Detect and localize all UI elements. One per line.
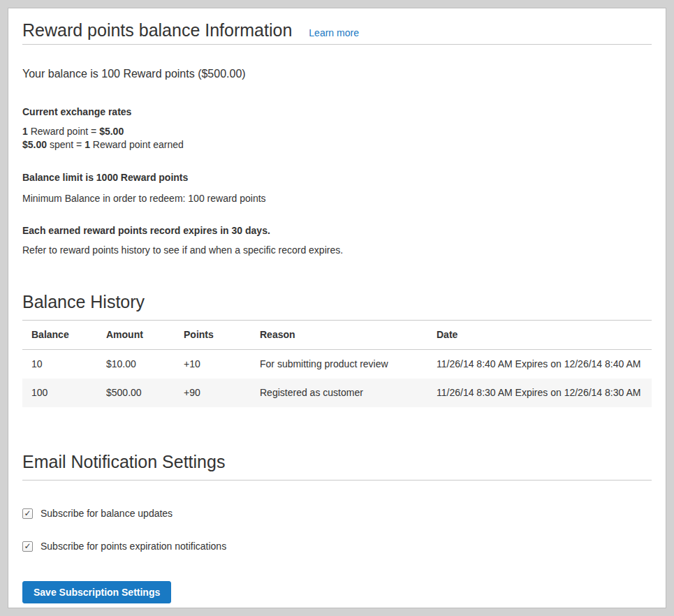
column-header-reason: Reason (251, 321, 427, 350)
cell-reason: For submitting product review (251, 350, 427, 379)
subscribe-balance-updates-row: ✓ Subscribe for balance updates (22, 508, 652, 520)
cell-balance: 10 (22, 350, 97, 379)
balance-summary: Your balance is 100 Reward points ($500.… (22, 66, 652, 82)
table-row: 100 $500.00 +90 Registered as customer 1… (22, 379, 652, 407)
exchange-rates-heading: Current exchange rates (22, 105, 652, 119)
column-header-balance: Balance (22, 321, 97, 350)
page-background: { "colors": { "accent": "#1979c3", "text… (0, 0, 674, 616)
cell-points: +10 (175, 350, 251, 379)
rate-earn-line: 1 Reward point = $5.00 (22, 125, 652, 138)
page-title: Reward points balance Information (22, 18, 292, 42)
rate-earn-amount: $5.00 (99, 126, 124, 137)
minimum-balance-note: Minimum Balance in order to redeem: 100 … (22, 191, 652, 205)
rate-spend-amount: $5.00 (22, 139, 47, 150)
rate-spend-points: 1 (85, 139, 90, 150)
cell-reason: Registered as customer (251, 379, 427, 407)
expiration-notifications-label: Subscribe for points expiration notifica… (41, 541, 226, 552)
cell-date: 11/26/14 8:30 AM Expires on 12/26/14 8:3… (427, 379, 652, 407)
balance-history-title: Balance History (22, 290, 652, 321)
page-header: Reward points balance Information Learn … (22, 8, 652, 45)
balance-updates-label: Subscribe for balance updates (41, 508, 173, 520)
balance-limit-heading: Balance limit is 1000 Reward points (22, 170, 652, 184)
subscribe-expiration-row: ✓ Subscribe for points expiration notifi… (22, 541, 652, 552)
email-settings-title: Email Notification Settings (22, 450, 652, 481)
table-header: Balance Amount Points Reason Date (22, 321, 652, 350)
save-subscription-settings-button[interactable]: Save Subscription Settings (22, 581, 171, 603)
rate-spend-line: $5.00 spent = 1 Reward point earned (22, 138, 652, 152)
checkmark-icon: ✓ (24, 541, 31, 551)
rate-spend-suffix: Reward point earned (90, 139, 184, 150)
column-header-amount: Amount (97, 321, 175, 350)
rate-earn-text: Reward point = (28, 126, 99, 137)
rate-earn-points: 1 (22, 126, 28, 137)
expiry-note: Refer to reward points history to see if… (22, 243, 652, 257)
rate-spend-text: spent = (47, 139, 85, 150)
table-row: 10 $10.00 +10 For submitting product rev… (22, 350, 652, 379)
column-header-date: Date (427, 321, 652, 350)
balance-history-table: Balance Amount Points Reason Date 10 $10… (22, 321, 652, 407)
reward-points-card: Reward points balance Information Learn … (8, 8, 666, 608)
learn-more-link[interactable]: Learn more (309, 27, 359, 38)
checkmark-icon: ✓ (24, 508, 31, 518)
cell-amount: $500.00 (97, 379, 175, 407)
cell-points: +90 (175, 379, 251, 407)
cell-balance: 100 (22, 379, 97, 407)
expiry-heading: Each earned reward points record expires… (22, 223, 652, 237)
cell-date: 11/26/14 8:40 AM Expires on 12/26/14 8:4… (427, 350, 652, 379)
column-header-points: Points (175, 321, 251, 350)
exchange-rates: 1 Reward point = $5.00 $5.00 spent = 1 R… (22, 125, 652, 152)
expiration-notifications-checkbox[interactable]: ✓ (22, 541, 33, 552)
cell-amount: $10.00 (97, 350, 175, 379)
balance-updates-checkbox[interactable]: ✓ (22, 508, 33, 519)
